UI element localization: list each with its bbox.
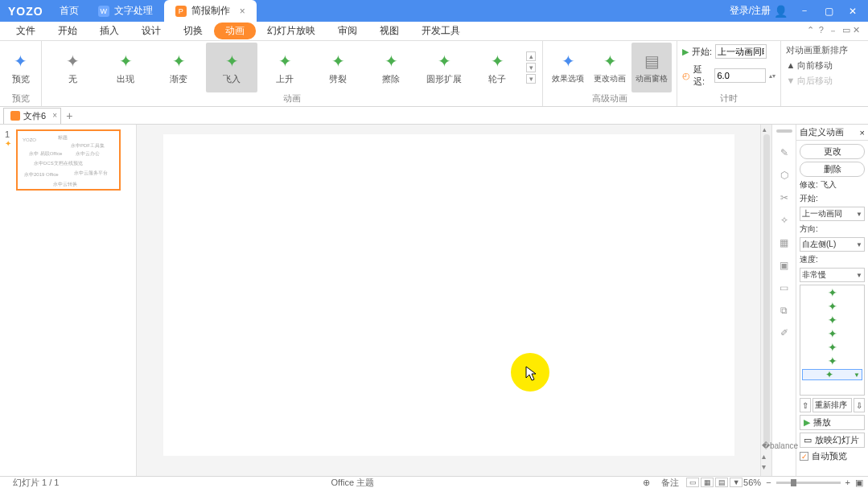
spinner-icon[interactable]: ▴▾ (769, 72, 775, 80)
vertical-scrollbar[interactable]: ▴ �balance▴▾ (760, 125, 771, 476)
effect-item-selected[interactable]: ✦▼ (802, 369, 862, 380)
anim-circle[interactable]: ✦圆形扩展 (418, 43, 470, 92)
reorder-down[interactable]: ⇩ (854, 398, 865, 412)
effect-item[interactable]: ✦ (802, 328, 862, 339)
menu-transition[interactable]: 切换 (172, 23, 214, 39)
menu-home[interactable]: 开始 (47, 23, 88, 39)
slideshow-button[interactable]: ▭放映幻灯片 (800, 433, 865, 448)
collapse-ribbon-icon[interactable]: ⌃ (807, 25, 814, 37)
ribbon-close-icon[interactable]: ▭ ✕ (842, 25, 860, 37)
anim-gallery-scroll[interactable]: ▴▾▾ (525, 48, 537, 87)
maximize-button[interactable]: ▢ (821, 4, 836, 18)
menu-review[interactable]: 审阅 (327, 23, 368, 39)
magic-icon[interactable]: ✧ (780, 215, 788, 226)
menu-design[interactable]: 设计 (130, 23, 172, 39)
sorter-view-button[interactable]: ▦ (701, 478, 714, 487)
effect-item[interactable]: ✦ (802, 314, 862, 326)
menu-insert[interactable]: 插入 (88, 23, 130, 39)
grid-icon[interactable]: ▦ (780, 237, 788, 248)
slide[interactable] (163, 134, 734, 456)
add-tab-button[interactable]: + (66, 109, 72, 122)
effect-item[interactable]: ✦ (802, 287, 862, 298)
close-button[interactable]: ✕ (845, 4, 860, 18)
anim-wipe[interactable]: ✦擦除 (365, 43, 417, 92)
change-anim-button[interactable]: ✦更改动画 (590, 43, 630, 92)
pen-icon[interactable]: ✎ (780, 147, 788, 158)
slideshow-view-button[interactable]: ▼ (730, 478, 743, 487)
preview-icon: ✦ (10, 51, 31, 72)
delete-button[interactable]: 删除 (800, 162, 865, 177)
zoom-out-button[interactable]: − (766, 478, 771, 487)
effect-list[interactable]: ✦ ✦ ✦ ✦ ✦ ✦ ✦▼ (800, 285, 865, 396)
copy-icon[interactable]: ⧉ (780, 305, 788, 316)
group-anim-label: 动画 (42, 92, 542, 106)
ribbon-min-icon[interactable]: － (829, 25, 837, 37)
edit-icon[interactable]: ✐ (780, 327, 788, 338)
minimize-button[interactable]: － (797, 4, 812, 18)
speed-select[interactable]: 非常慢▼ (800, 268, 865, 282)
drag-handle-icon[interactable] (776, 129, 792, 133)
cut-icon[interactable]: ✂ (780, 192, 788, 203)
zoom-slider[interactable] (776, 482, 841, 484)
play-button[interactable]: ▶播放 (800, 415, 865, 430)
group-preview-label: 预览 (0, 92, 41, 106)
menu-dev[interactable]: 开发工具 (410, 23, 471, 39)
slide-canvas[interactable] (137, 125, 760, 476)
effect-item[interactable]: ✦ (802, 342, 862, 353)
effect-item[interactable]: ✦ (802, 301, 862, 312)
menu-file[interactable]: 文件 (5, 23, 47, 39)
zoom-in-button[interactable]: + (845, 478, 850, 487)
effect-options-button[interactable]: ✦效果选项 (548, 43, 588, 92)
anim-split[interactable]: ✦劈裂 (312, 43, 364, 92)
change-button[interactable]: 更改 (800, 144, 865, 159)
start-select[interactable] (715, 44, 767, 59)
anim-appear[interactable]: ✦出现 (100, 43, 151, 92)
help-icon[interactable]: ? (819, 25, 824, 37)
tab-word[interactable]: W 文字处理 (87, 0, 164, 22)
pane-close-icon[interactable]: × (860, 128, 865, 137)
anim-none[interactable]: ✦无 (47, 43, 98, 92)
autopreview-checkbox[interactable]: ✓自动预览 (800, 450, 865, 462)
start-select-pane[interactable]: 上一动画同▼ (800, 207, 865, 221)
tab-presentation-label: 简报制作 (191, 4, 230, 18)
animation-pane: 自定义动画 × 更改 删除 修改: 飞入 开始: 上一动画同▼ 方向: 自左侧(… (796, 125, 868, 476)
anim-rise[interactable]: ✦上升 (259, 43, 311, 92)
delay-input[interactable] (714, 68, 766, 83)
scroll-track[interactable] (763, 134, 770, 444)
direction-select[interactable]: 自左侧(L)▼ (800, 237, 865, 252)
lang-icon[interactable]: ⊕ (638, 478, 655, 488)
cursor-icon (525, 366, 538, 382)
menu-animation[interactable]: 动画 (214, 23, 256, 39)
anim-wheel[interactable]: ✦轮子 (471, 43, 523, 92)
shapes-icon[interactable]: ⬡ (780, 170, 788, 181)
tab-close-icon[interactable]: × (240, 6, 245, 17)
scroll-up-icon[interactable]: ▴ (763, 125, 767, 133)
timing-group: ▶ 开始: ◴ 延迟: ▴▾ 计时 (677, 41, 781, 106)
fit-button[interactable]: ▣ (855, 478, 863, 488)
effect-item[interactable]: ✦ (802, 355, 862, 367)
reorder-up[interactable]: ⇧ (800, 398, 811, 412)
notes-button[interactable]: 备注 (655, 477, 685, 489)
anim-pane-button[interactable]: ▤动画窗格 (631, 43, 672, 92)
normal-view-button[interactable]: ▭ (686, 478, 699, 487)
image-icon[interactable]: ▣ (780, 260, 788, 271)
change-icon: ✦ (599, 51, 620, 72)
menu-slideshow[interactable]: 幻灯片放映 (256, 23, 327, 39)
move-back: ▼ 向后移动 (786, 75, 863, 87)
doc-close-icon[interactable]: × (52, 111, 57, 120)
reading-view-button[interactable]: ▤ (715, 478, 728, 487)
login-button[interactable]: 登录/注册 👤 (730, 4, 788, 18)
main-area: 1 ✦ YOZO 标题 永中PDF工具集 永中 易联Office 永中云办公 永… (0, 125, 868, 476)
move-forward[interactable]: ▲ 向前移动 (786, 59, 863, 72)
home-link[interactable]: 首页 (51, 4, 87, 18)
scroll-nav-icons[interactable]: �balance▴▾ (762, 441, 798, 471)
preview-button[interactable]: ✦ 预览 (5, 43, 36, 92)
reorder-button[interactable]: 重新排序 (812, 398, 852, 412)
anim-flyin[interactable]: ✦飞入 (206, 43, 257, 92)
anim-fade[interactable]: ✦渐变 (153, 43, 204, 92)
menu-view[interactable]: 视图 (368, 23, 410, 39)
doc-tab[interactable]: 文件6 × (3, 108, 61, 124)
tab-presentation[interactable]: P 简报制作 × (164, 0, 257, 22)
slide-thumbnail[interactable]: YOZO 标题 永中PDF工具集 永中 易联Office 永中云办公 永中DCS… (16, 129, 121, 191)
clipboard-icon[interactable]: ▭ (780, 282, 788, 293)
